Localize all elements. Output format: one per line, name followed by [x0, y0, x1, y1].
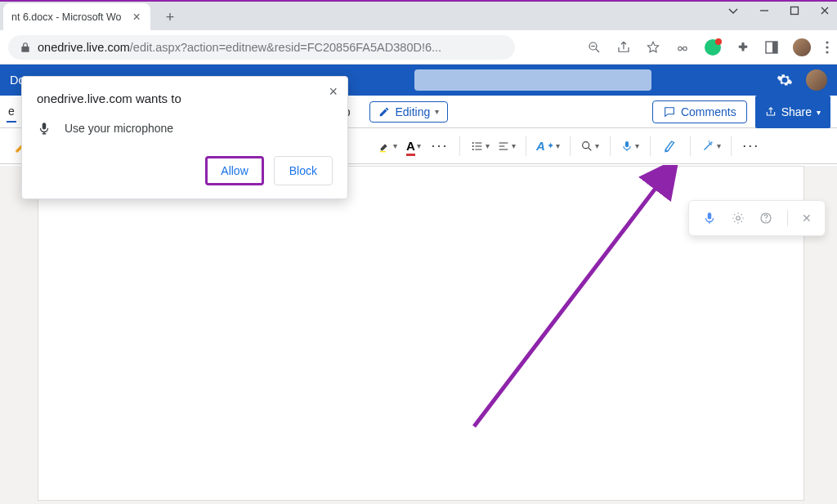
- close-window-icon[interactable]: [819, 5, 830, 16]
- profile-avatar[interactable]: [793, 38, 811, 56]
- share-label: Share: [781, 105, 812, 118]
- find-button[interactable]: ▾: [579, 135, 602, 158]
- editing-mode-button[interactable]: Editing ▾: [369, 101, 448, 123]
- tab-title: nt 6.docx - Microsoft Wo: [11, 11, 122, 23]
- svg-point-9: [826, 41, 828, 43]
- font-color-button[interactable]: A▾: [402, 135, 425, 158]
- permission-text: Use your microphone: [65, 122, 173, 135]
- browser-addressbar: onedrive.live.com/edit.aspx?action=editn…: [0, 30, 837, 65]
- svg-rect-12: [380, 151, 386, 152]
- svg-point-28: [736, 216, 741, 221]
- user-avatar[interactable]: [806, 69, 827, 91]
- share-icon: [765, 106, 777, 118]
- permission-line: Use your microphone: [37, 120, 333, 136]
- svg-point-11: [826, 51, 828, 53]
- window-controls: [727, 5, 830, 16]
- dictation-settings-icon[interactable]: [731, 211, 745, 225]
- microphone-icon: [37, 120, 51, 136]
- dictation-help-icon[interactable]: [759, 211, 773, 225]
- svg-point-15: [472, 149, 473, 150]
- bullets-button[interactable]: ▾: [468, 135, 491, 158]
- more-ribbon-button[interactable]: ···: [740, 135, 763, 158]
- styles-button[interactable]: A✦▾: [535, 135, 562, 158]
- svg-line-3: [596, 48, 599, 51]
- share-icon[interactable]: [616, 40, 631, 55]
- svg-point-22: [583, 141, 589, 148]
- lock-icon: [20, 42, 31, 53]
- minimize-icon[interactable]: [759, 5, 770, 16]
- chevron-down-icon: ▾: [435, 107, 439, 116]
- pencil-icon: [378, 106, 390, 118]
- svg-line-23: [589, 148, 591, 150]
- allow-button[interactable]: Allow: [205, 156, 263, 185]
- comment-icon: [663, 105, 676, 118]
- comments-label: Comments: [681, 105, 736, 118]
- svg-point-25: [710, 141, 712, 143]
- svg-point-14: [472, 145, 473, 147]
- dictation-toolbar: ✕: [688, 200, 826, 236]
- svg-point-26: [709, 140, 710, 142]
- svg-point-10: [826, 46, 828, 48]
- close-tab-icon[interactable]: ×: [133, 10, 141, 25]
- kebab-menu-icon[interactable]: [826, 41, 829, 54]
- dictation-mic-icon[interactable]: [702, 210, 717, 226]
- maximize-icon[interactable]: [790, 6, 799, 16]
- new-tab-button[interactable]: +: [159, 6, 181, 29]
- svg-point-13: [472, 142, 473, 144]
- url-path: /edit.aspx?action=editnew&resid=FC20856F…: [130, 41, 441, 54]
- dictate-button[interactable]: ▾: [619, 135, 642, 158]
- svg-rect-24: [625, 141, 629, 147]
- browser-titlebar: nt 6.docx - Microsoft Wo × +: [0, 2, 837, 30]
- zoom-icon[interactable]: [587, 40, 602, 55]
- align-button[interactable]: ▾: [495, 135, 517, 158]
- editing-label: Editing: [395, 105, 430, 118]
- star-icon[interactable]: [646, 40, 660, 55]
- svg-rect-8: [772, 42, 777, 53]
- dictation-close-icon[interactable]: ✕: [802, 212, 812, 225]
- chevron-down-icon: ▾: [817, 108, 821, 117]
- share-button[interactable]: Share ▾: [755, 96, 830, 128]
- permission-close-icon[interactable]: ×: [329, 83, 338, 100]
- permission-dialog: × onedrive.live.com wants to Use your mi…: [21, 76, 348, 199]
- designer-button[interactable]: ▾: [699, 135, 723, 158]
- gear-icon[interactable]: [777, 72, 793, 88]
- browser-tab[interactable]: nt 6.docx - Microsoft Wo ×: [3, 3, 150, 30]
- url-host: onedrive.live.com: [38, 41, 130, 54]
- svg-rect-1: [791, 7, 799, 15]
- svg-rect-31: [43, 123, 47, 129]
- permission-title: onedrive.live.com wants to: [37, 91, 333, 105]
- highlight-button[interactable]: ▾: [376, 135, 399, 158]
- comments-button[interactable]: Comments: [652, 100, 747, 123]
- incognito-icon[interactable]: [675, 40, 690, 55]
- sidepanel-icon[interactable]: [765, 41, 778, 54]
- extension-icon[interactable]: [705, 39, 721, 56]
- svg-point-6: [683, 47, 687, 51]
- url-box[interactable]: onedrive.live.com/edit.aspx?action=editn…: [8, 35, 515, 60]
- ribbon-tab-fragment[interactable]: e: [7, 101, 16, 123]
- more-font-button[interactable]: ···: [428, 135, 451, 158]
- svg-point-30: [766, 221, 768, 222]
- svg-rect-27: [708, 212, 712, 219]
- block-button[interactable]: Block: [274, 156, 333, 185]
- svg-point-5: [678, 47, 683, 51]
- search-box[interactable]: [414, 69, 651, 91]
- address-icons: [587, 38, 829, 56]
- chevron-down-icon[interactable]: [727, 5, 739, 16]
- editor-button[interactable]: [659, 135, 682, 158]
- puzzle-icon[interactable]: [736, 40, 750, 55]
